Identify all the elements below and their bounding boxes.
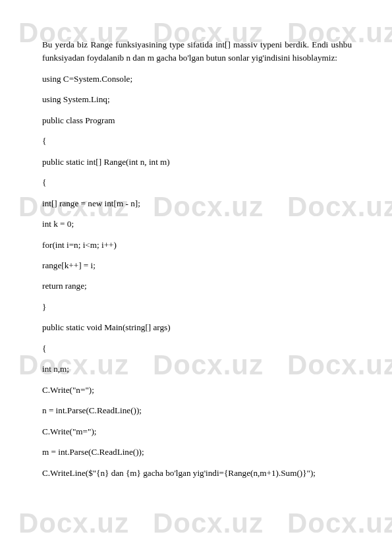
code-line: {: [42, 342, 352, 355]
code-line: n = int.Parse(C.ReadLine());: [42, 404, 352, 417]
code-line: {: [42, 134, 352, 148]
code-line: C.WriteLine($"{n} dan {m} gacha bo'lgan …: [42, 467, 352, 480]
code-line: int k = 0;: [42, 218, 352, 231]
document-body: Bu yerda biz Range funksiyasining type s…: [42, 38, 352, 487]
code-line: using System.Linq;: [42, 93, 352, 106]
code-line: m = int.Parse(C.ReadLine());: [42, 446, 352, 459]
code-line: {: [42, 176, 352, 189]
code-line: range[k++] = i;: [42, 259, 352, 272]
code-line: C.Write("m=");: [42, 425, 352, 438]
code-line: int n,m;: [42, 363, 352, 376]
code-line: return range;: [42, 279, 352, 293]
code-line: public static int[] Range(int n, int m): [42, 156, 352, 169]
intro-paragraph: Bu yerda biz Range funksiyasining type s…: [42, 38, 352, 65]
code-line: int[] range = new int[m - n];: [42, 197, 352, 210]
watermark: Docx.uz: [18, 508, 129, 539]
watermark: Docx.uz: [287, 508, 392, 539]
code-line: }: [42, 301, 352, 314]
code-line: for(int i=n; i<m; i++): [42, 239, 352, 252]
code-line: C.Write("n=");: [42, 384, 352, 397]
watermark: Docx.uz: [153, 508, 264, 539]
code-line: public static void Main(string[] args): [42, 321, 352, 334]
code-line: public class Program: [42, 114, 352, 127]
code-line: using C=System.Console;: [42, 73, 352, 86]
